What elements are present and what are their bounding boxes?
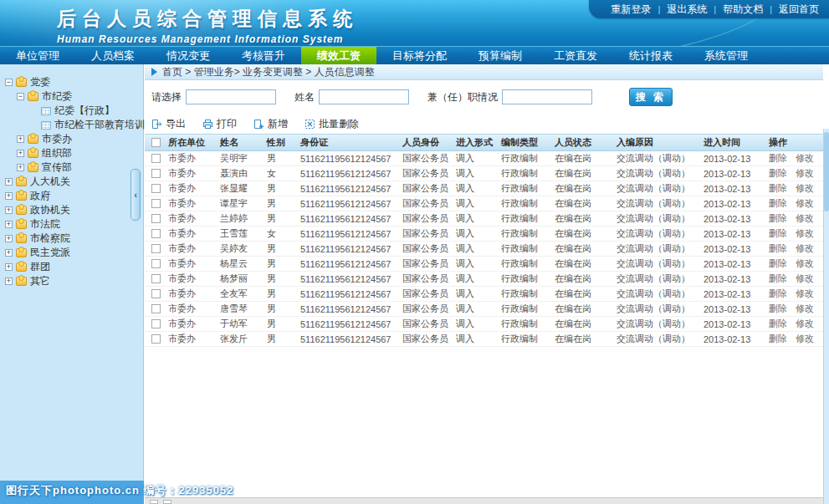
tree-item-label[interactable]: 市纪委 (42, 89, 72, 104)
tree-item-label[interactable]: 群团 (30, 260, 50, 274)
expand-toggle-icon[interactable]: + (17, 164, 24, 171)
delete-link[interactable]: 删除 (769, 183, 787, 193)
expand-toggle-icon[interactable]: + (5, 277, 13, 285)
delete-link[interactable]: 删除 (769, 303, 787, 313)
tree-item[interactable]: +人大机关 (0, 175, 143, 189)
delete-link[interactable]: 删除 (769, 198, 787, 208)
tree-item-label[interactable]: 民主党派 (30, 246, 70, 260)
tree-item-label[interactable]: 市法院 (30, 217, 60, 232)
top-link-2[interactable]: 帮助文档 (723, 3, 763, 17)
name-filter-input[interactable] (319, 89, 409, 104)
edit-link[interactable]: 修改 (796, 213, 814, 223)
nav-item-0[interactable]: 单位管理 (0, 47, 75, 64)
edit-link[interactable]: 修改 (796, 168, 814, 178)
delete-link[interactable]: 删除 (769, 213, 787, 223)
row-checkbox[interactable] (151, 214, 161, 223)
tree-item-label[interactable]: 政协机关 (30, 203, 70, 217)
expand-toggle-icon[interactable]: + (5, 178, 13, 186)
collapse-toggle-icon[interactable]: − (17, 93, 24, 100)
edit-link[interactable]: 修改 (796, 153, 814, 163)
nav-item-4[interactable]: 绩效工资 (301, 47, 376, 64)
edit-link[interactable]: 修改 (796, 183, 814, 193)
collapse-toggle-icon[interactable]: − (5, 79, 13, 86)
tree-item-label[interactable]: 政府 (30, 189, 50, 203)
nav-item-9[interactable]: 系统管理 (688, 47, 764, 64)
tree-item[interactable]: 纪委【行政】 (0, 104, 143, 118)
batch-delete-button[interactable]: 批量删除 (304, 117, 359, 131)
delete-link[interactable]: 删除 (769, 228, 787, 238)
expand-toggle-icon[interactable]: + (5, 235, 13, 242)
edit-link[interactable]: 修改 (796, 318, 814, 328)
row-checkbox[interactable] (151, 289, 161, 298)
tree-item[interactable]: +其它 (0, 274, 143, 288)
delete-link[interactable]: 删除 (769, 318, 787, 328)
sidebar-collapse-handle[interactable]: ‹ (130, 169, 141, 221)
tree-item[interactable]: +宣传部 (0, 160, 143, 175)
top-link-3[interactable]: 返回首页 (779, 3, 819, 17)
edit-link[interactable]: 修改 (796, 288, 814, 298)
row-checkbox[interactable] (151, 184, 161, 193)
nav-item-8[interactable]: 统计报表 (613, 47, 688, 64)
tree-item-label[interactable]: 市委办 (42, 132, 72, 146)
row-checkbox[interactable] (151, 229, 161, 238)
job-filter-input[interactable] (502, 89, 592, 104)
edit-link[interactable]: 修改 (796, 228, 814, 238)
tree-item-label[interactable]: 市检察院 (30, 232, 70, 246)
edit-link[interactable]: 修改 (796, 198, 814, 208)
top-link-1[interactable]: 退出系统 (667, 3, 707, 17)
tree-item-label[interactable]: 纪委【行政】 (54, 104, 115, 118)
delete-link[interactable]: 删除 (769, 153, 787, 163)
tree-item-label[interactable]: 其它 (30, 274, 50, 288)
tree-item[interactable]: +民主党派 (0, 246, 143, 260)
select-filter-input[interactable] (186, 89, 276, 104)
print-button[interactable]: 打印 (202, 117, 237, 131)
expand-toggle-icon[interactable]: + (17, 150, 24, 157)
row-checkbox[interactable] (151, 304, 161, 313)
edit-link[interactable]: 修改 (796, 273, 814, 283)
tree-item[interactable]: +市检察院 (0, 232, 143, 246)
nav-item-3[interactable]: 考核晋升 (226, 47, 301, 64)
tree-item[interactable]: +群团 (0, 260, 143, 274)
edit-link[interactable]: 修改 (796, 333, 814, 344)
delete-link[interactable]: 删除 (769, 243, 787, 253)
tree-item[interactable]: +政协机关 (0, 203, 143, 217)
tree-item[interactable]: −党委 (0, 75, 143, 89)
export-button[interactable]: 导出 (151, 117, 186, 131)
delete-link[interactable]: 删除 (769, 168, 787, 178)
expand-toggle-icon[interactable]: + (5, 249, 13, 257)
scrollbar-thumb[interactable] (824, 132, 829, 211)
edit-link[interactable]: 修改 (796, 243, 814, 253)
search-button[interactable]: 搜 索 (629, 88, 673, 106)
vertical-scrollbar[interactable] (823, 129, 829, 504)
add-button[interactable]: 新增 (253, 117, 288, 131)
top-link-0[interactable]: 重新登录 (611, 3, 651, 17)
tree-item-label[interactable]: 宣传部 (42, 160, 72, 175)
nav-item-7[interactable]: 工资直发 (538, 47, 613, 64)
row-checkbox[interactable] (151, 259, 161, 268)
tree-item[interactable]: +组织部 (0, 146, 143, 160)
tree-item[interactable]: +政府 (0, 189, 143, 203)
delete-link[interactable]: 删除 (769, 288, 787, 298)
nav-item-6[interactable]: 预算编制 (463, 47, 538, 64)
expand-toggle-icon[interactable]: + (5, 221, 13, 228)
edit-link[interactable]: 修改 (796, 303, 814, 313)
delete-link[interactable]: 删除 (769, 258, 787, 268)
tree-item[interactable]: +市委办 (0, 132, 143, 146)
row-checkbox[interactable] (151, 199, 161, 208)
row-checkbox[interactable] (151, 274, 161, 283)
delete-link[interactable]: 删除 (769, 273, 787, 283)
expand-toggle-icon[interactable]: + (5, 263, 13, 271)
tree-item[interactable]: −市纪委 (0, 89, 143, 104)
expand-toggle-icon[interactable]: + (5, 192, 13, 200)
row-checkbox[interactable] (151, 154, 161, 163)
row-checkbox[interactable] (151, 244, 161, 253)
delete-link[interactable]: 删除 (769, 333, 787, 344)
tree-item[interactable]: +市法院 (0, 217, 143, 232)
row-checkbox[interactable] (151, 319, 161, 328)
expand-toggle-icon[interactable]: + (5, 206, 13, 214)
tree-item[interactable]: 市纪检干部教育培训中心 (0, 118, 143, 132)
tree-item-label[interactable]: 党委 (30, 75, 50, 89)
tree-item-label[interactable]: 人大机关 (30, 175, 70, 189)
nav-item-1[interactable]: 人员档案 (75, 47, 151, 64)
row-checkbox[interactable] (151, 169, 161, 178)
